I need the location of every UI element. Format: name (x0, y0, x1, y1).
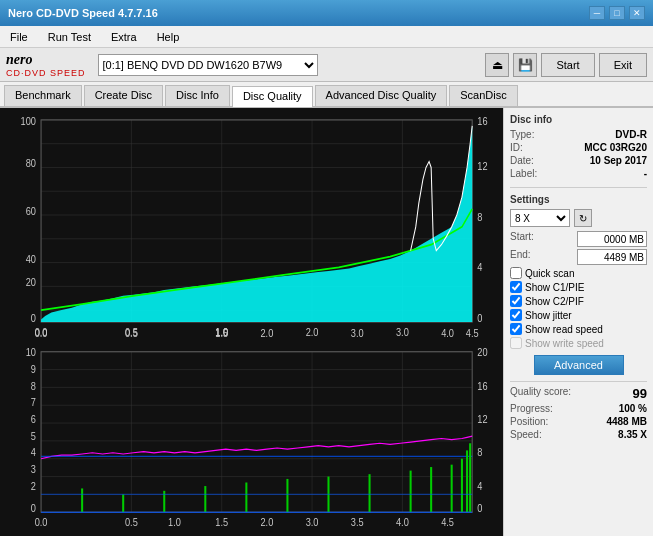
svg-text:4.0: 4.0 (396, 517, 409, 529)
svg-text:3.0: 3.0 (351, 328, 364, 340)
end-input[interactable] (577, 249, 647, 265)
svg-text:8: 8 (477, 211, 483, 223)
menu-file[interactable]: File (6, 29, 32, 45)
minimize-button[interactable]: ─ (589, 6, 605, 20)
quality-section: Quality score: 99 Progress: 100 % Positi… (510, 381, 647, 440)
svg-text:4.0: 4.0 (441, 328, 454, 340)
progress-value: 100 % (619, 403, 647, 414)
eject-button[interactable]: ⏏ (485, 53, 509, 77)
svg-text:4.5: 4.5 (441, 517, 454, 529)
tab-disc-quality[interactable]: Disc Quality (232, 86, 313, 107)
svg-text:16: 16 (477, 115, 488, 127)
show-c1pie-label: Show C1/PIE (525, 282, 584, 293)
save-button[interactable]: 💾 (513, 53, 537, 77)
show-jitter-row[interactable]: Show jitter (510, 309, 647, 321)
end-row: End: (510, 249, 647, 265)
tab-advanced-disc-quality[interactable]: Advanced Disc Quality (315, 85, 448, 106)
disc-label-label: Label: (510, 168, 537, 179)
main-content: 100 80 60 40 20 0 16 12 8 4 0 0.0 0.5 1.… (0, 108, 653, 536)
svg-text:5: 5 (31, 430, 37, 442)
disc-id-label: ID: (510, 142, 523, 153)
svg-text:4: 4 (477, 480, 483, 492)
disc-label-row: Label: - (510, 168, 647, 179)
advanced-button[interactable]: Advanced (534, 355, 624, 375)
svg-text:3.0: 3.0 (396, 327, 409, 339)
svg-text:2: 2 (31, 480, 37, 492)
logo-top: nero (6, 52, 86, 68)
disc-type-row: Type: DVD-R (510, 129, 647, 140)
start-button[interactable]: Start (541, 53, 594, 77)
svg-text:2.0: 2.0 (260, 328, 273, 340)
svg-text:1.5: 1.5 (215, 328, 228, 340)
refresh-button[interactable]: ↻ (574, 209, 592, 227)
titlebar: Nero CD-DVD Speed 4.7.7.16 ─ □ ✕ (0, 0, 653, 26)
tab-scan-disc[interactable]: ScanDisc (449, 85, 517, 106)
quick-scan-row[interactable]: Quick scan (510, 267, 647, 279)
menu-help[interactable]: Help (153, 29, 184, 45)
menu-run-test[interactable]: Run Test (44, 29, 95, 45)
svg-text:12: 12 (477, 413, 488, 425)
svg-text:0: 0 (477, 503, 483, 515)
show-write-speed-checkbox[interactable] (510, 337, 522, 349)
quality-score: 99 (633, 386, 647, 401)
speed-info-label: Speed: (510, 429, 542, 440)
start-input[interactable] (577, 231, 647, 247)
svg-text:2.0: 2.0 (260, 517, 273, 529)
svg-text:60: 60 (26, 205, 37, 217)
show-write-speed-row[interactable]: Show write speed (510, 337, 647, 349)
disc-date-value: 10 Sep 2017 (590, 155, 647, 166)
svg-text:20: 20 (26, 277, 37, 289)
window-controls[interactable]: ─ □ ✕ (589, 6, 645, 20)
disc-date-label: Date: (510, 155, 534, 166)
speed-dropdown[interactable]: 8 X (510, 209, 570, 227)
show-read-speed-row[interactable]: Show read speed (510, 323, 647, 335)
svg-text:9: 9 (31, 363, 37, 375)
drive-dropdown[interactable]: [0:1] BENQ DVD DD DW1620 B7W9 (98, 54, 318, 76)
show-read-speed-label: Show read speed (525, 324, 603, 335)
show-jitter-label: Show jitter (525, 310, 572, 321)
progress-label: Progress: (510, 403, 553, 414)
show-read-speed-checkbox[interactable] (510, 323, 522, 335)
settings-section: Settings 8 X ↻ Start: End: Quick scan (510, 187, 647, 375)
chart-area: 100 80 60 40 20 0 16 12 8 4 0 0.0 0.5 1.… (0, 108, 503, 536)
quick-scan-label: Quick scan (525, 268, 574, 279)
disc-id-value: MCC 03RG20 (584, 142, 647, 153)
tab-benchmark[interactable]: Benchmark (4, 85, 82, 106)
disc-type-value: DVD-R (615, 129, 647, 140)
disc-id-row: ID: MCC 03RG20 (510, 142, 647, 153)
disc-info-title: Disc info (510, 114, 647, 125)
svg-text:16: 16 (477, 380, 488, 392)
position-value: 4488 MB (606, 416, 647, 427)
chart-svg: 100 80 60 40 20 0 16 12 8 4 0 0.0 0.5 1.… (0, 108, 503, 536)
show-c2pif-row[interactable]: Show C2/PIF (510, 295, 647, 307)
menu-extra[interactable]: Extra (107, 29, 141, 45)
svg-text:40: 40 (26, 253, 37, 265)
show-c2pif-checkbox[interactable] (510, 295, 522, 307)
svg-text:80: 80 (26, 158, 37, 170)
close-button[interactable]: ✕ (629, 6, 645, 20)
show-jitter-checkbox[interactable] (510, 309, 522, 321)
speed-row: 8 X ↻ (510, 209, 647, 227)
disc-type-label: Type: (510, 129, 534, 140)
nero-logo: nero CD·DVD SPEED (6, 52, 86, 78)
show-c1pie-row[interactable]: Show C1/PIE (510, 281, 647, 293)
show-c1pie-checkbox[interactable] (510, 281, 522, 293)
svg-text:20: 20 (477, 347, 488, 359)
toolbar: nero CD·DVD SPEED [0:1] BENQ DVD DD DW16… (0, 48, 653, 82)
tab-bar: Benchmark Create Disc Disc Info Disc Qua… (0, 82, 653, 108)
svg-text:4.5: 4.5 (466, 328, 479, 340)
svg-text:0: 0 (477, 312, 483, 324)
svg-text:3.5: 3.5 (351, 517, 364, 529)
exit-button[interactable]: Exit (599, 53, 647, 77)
tab-create-disc[interactable]: Create Disc (84, 85, 163, 106)
quick-scan-checkbox[interactable] (510, 267, 522, 279)
info-panel: Disc info Type: DVD-R ID: MCC 03RG20 Dat… (503, 108, 653, 536)
svg-rect-42 (41, 352, 472, 513)
quality-row: Quality score: 99 (510, 386, 647, 401)
maximize-button[interactable]: □ (609, 6, 625, 20)
svg-text:12: 12 (477, 160, 488, 172)
speed-info-value: 8.35 X (618, 429, 647, 440)
progress-row: Progress: 100 % (510, 403, 647, 414)
svg-text:8: 8 (477, 447, 483, 459)
tab-disc-info[interactable]: Disc Info (165, 85, 230, 106)
